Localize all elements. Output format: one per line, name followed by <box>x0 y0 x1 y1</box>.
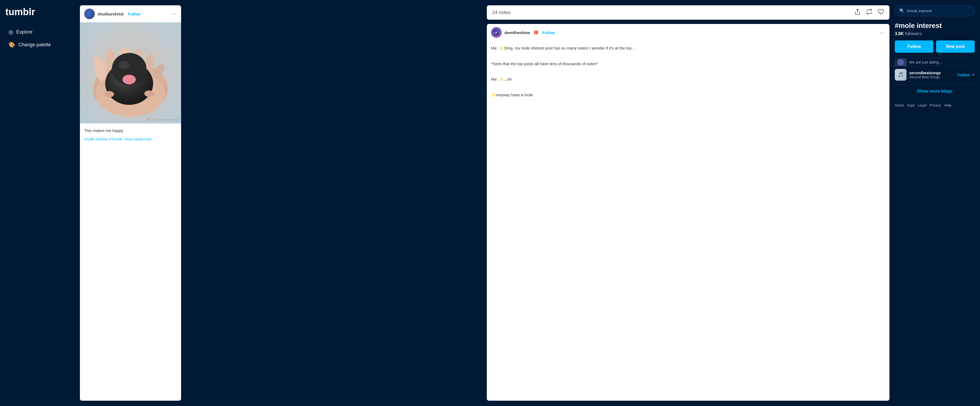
tag-mole-interest[interactable]: #mole interest <box>84 137 108 141</box>
sidebar-item-explore[interactable]: ◎ Explore <box>5 26 69 38</box>
footer-links: About Apps Legal Privacy Help <box>895 103 975 107</box>
svg-point-13 <box>144 90 154 97</box>
notes-bar: 24 notes <box>487 5 889 20</box>
hashtag-title: #mole interest <box>895 22 975 30</box>
secondbeatsongs-username: secondbeatsongs <box>909 71 941 75</box>
post-author-2: 🌌 demitheshine ✓ Follow <box>491 27 555 38</box>
post-text-1: This makes me happy <box>84 128 177 134</box>
post-image-1: GIF by lovecore-stims <box>80 22 181 124</box>
share-icon[interactable] <box>854 8 861 16</box>
mole-illustration <box>80 22 181 124</box>
svg-point-22 <box>897 59 904 65</box>
post-card-1: 👤 shuiiluvshrtst Follow ··· <box>80 5 181 401</box>
left-post-column: 👤 shuiiluvshrtst Follow ··· <box>80 5 482 401</box>
more-options-1[interactable]: ··· <box>170 10 177 18</box>
post-author-1: 👤 shuiiluvshrtst Follow <box>84 8 141 19</box>
secondbeatsongs-actions: Follow × <box>957 72 975 77</box>
posts-area: 👤 shuiiluvshrtst Follow ··· <box>80 5 889 401</box>
partial-blog-suggestion: We are just sitting... <box>895 58 975 66</box>
tag-star-need-mole[interactable]: #star-need-mole <box>124 137 151 141</box>
sidebar-item-change-palette[interactable]: 🎨 Change palette <box>5 39 69 51</box>
post-header-2: 🌌 demitheshine ✓ Follow ··· <box>487 24 889 41</box>
notes-count: 24 notes <box>492 10 511 16</box>
search-value: #mole interest <box>907 8 932 13</box>
tag-tumblr[interactable]: #Tumblr <box>109 137 123 141</box>
like-icon[interactable] <box>878 8 884 16</box>
secondbeatsongs-avatar: 🎵 <box>895 69 907 81</box>
avatar-1: 👤 <box>84 8 95 19</box>
username-1: shuiiluvshrtst <box>97 12 124 16</box>
post-paragraph-3: Me: ✨...oh <box>491 76 885 82</box>
hashtag-action-buttons: Follow New post <box>895 40 975 53</box>
post-paragraph-4: ✨Anyway have a mole <box>491 92 885 98</box>
secondbeatsongs-names: secondbeatsongs Second Beat Songs <box>909 71 941 79</box>
svg-point-11 <box>123 75 136 84</box>
footer-help[interactable]: Help <box>944 103 951 107</box>
follow-button-1[interactable]: Follow <box>128 12 141 16</box>
gif-credit-author: lovecore-stims <box>156 117 178 121</box>
search-box[interactable]: 🔍 #mole interest <box>895 5 975 16</box>
post-body-2: Me: ✨Omg, my mole interest post has so m… <box>487 41 889 105</box>
partial-blog-text: We are just sitting... <box>909 60 942 64</box>
post-header-1: 👤 shuiiluvshrtst Follow ··· <box>80 5 181 22</box>
partial-blog-avatar <box>895 58 907 66</box>
post-body-1: This makes me happy #mole interest #Tumb… <box>80 124 181 146</box>
sidebar-item-explore-label: Explore <box>16 29 32 35</box>
sidebar-item-palette-label: Change palette <box>18 42 51 48</box>
secondbeatsongs-display: Second Beat Songs <box>909 75 941 79</box>
search-icon: 🔍 <box>899 8 905 13</box>
footer-apps[interactable]: Apps <box>907 103 915 107</box>
right-post-column: 24 notes <box>487 5 889 401</box>
followers-count: 3.8K followers <box>895 32 975 36</box>
username-2: demitheshine <box>504 30 530 35</box>
avatar-2: 🌌 <box>491 27 502 38</box>
new-post-button[interactable]: New post <box>936 40 975 53</box>
post-card-2: 🌌 demitheshine ✓ Follow ··· Me: ✨Omg, my… <box>487 24 889 401</box>
follow-hashtag-button[interactable]: Follow <box>895 40 934 53</box>
footer-legal[interactable]: Legal <box>918 103 927 107</box>
sidebar: tumblr ◎ Explore 🎨 Change palette <box>0 0 75 406</box>
more-options-2[interactable]: ··· <box>878 29 885 37</box>
footer-about[interactable]: About <box>895 103 904 107</box>
explore-icon: ◎ <box>8 29 13 35</box>
post-tags-1: #mole interest #Tumblr #star-need-mole <box>84 137 177 141</box>
post-paragraph-1: Me: ✨Omg, my mole interest post has so m… <box>491 45 885 51</box>
footer-privacy[interactable]: Privacy <box>930 103 941 107</box>
hashtag-section: #mole interest 3.8K followers <box>895 22 975 36</box>
follow-secondbeatsongs-button[interactable]: Follow <box>957 73 970 77</box>
right-sidebar: 🔍 #mole interest #mole interest 3.8K fol… <box>895 5 975 401</box>
reblog-icon[interactable] <box>866 8 872 16</box>
close-secondbeatsongs-button[interactable]: × <box>972 72 975 77</box>
show-more-blogs-button[interactable]: Show more blogs <box>895 84 975 98</box>
svg-point-20 <box>119 61 129 69</box>
blog-info-secondbeatsongs: 🎵 secondbeatsongs Second Beat Songs <box>895 69 941 81</box>
gif-credit: GIF by lovecore-stims <box>145 117 178 121</box>
notes-actions <box>854 8 884 16</box>
verified-badge: ✓ <box>534 30 538 35</box>
tumblr-logo: tumblr <box>5 6 69 17</box>
main-content: 👤 shuiiluvshrtst Follow ··· <box>75 0 980 406</box>
palette-icon: 🎨 <box>8 41 15 48</box>
post-paragraph-2: *Sees that the top posts all have tens o… <box>491 61 885 67</box>
blog-suggestion-secondbeatsongs: 🎵 secondbeatsongs Second Beat Songs Foll… <box>895 66 975 83</box>
follow-button-2[interactable]: Follow <box>542 30 555 35</box>
svg-point-12 <box>104 91 114 97</box>
